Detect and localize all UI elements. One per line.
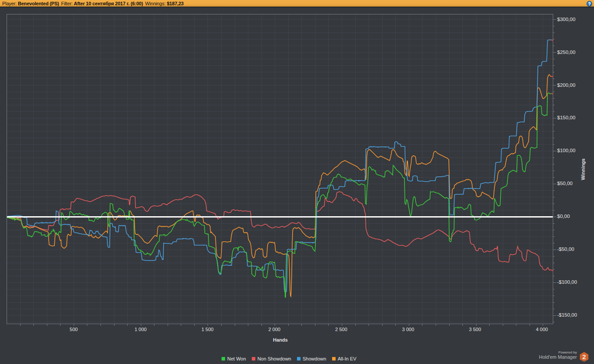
svg-text:2: 2: [582, 353, 586, 360]
